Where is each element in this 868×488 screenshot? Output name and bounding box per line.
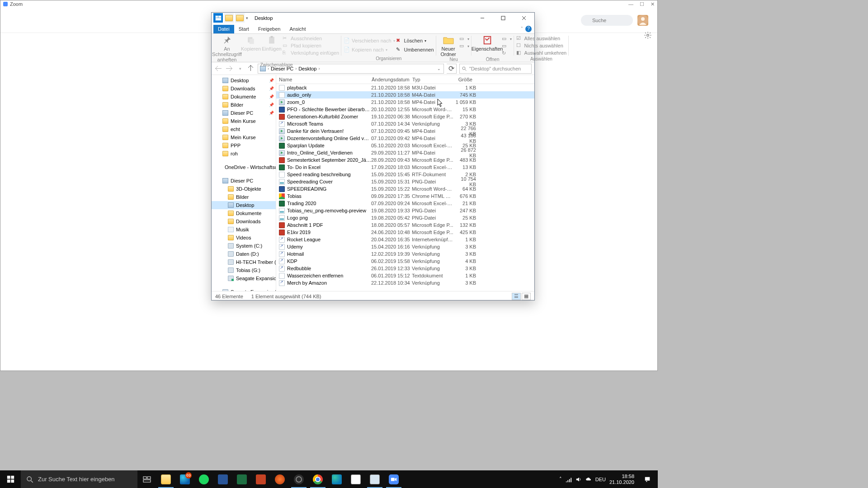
- ribbon-rename[interactable]: ✎Umbenennen: [396, 46, 434, 53]
- col-type[interactable]: Typ: [410, 77, 451, 82]
- file-list[interactable]: playback 21.10.2020 18:58 M3U-Datei 1 KB…: [276, 84, 534, 291]
- nav-history-dropdown[interactable]: ▾: [236, 65, 244, 73]
- file-row[interactable]: Intro_Online_Geld_Verdienen 29.09.2020 1…: [276, 149, 534, 156]
- nav-item[interactable]: Downloads: [212, 217, 276, 225]
- file-row[interactable]: Udemy 15.04.2020 16:16 Verknüpfung 3 KB: [276, 243, 534, 250]
- nav-item[interactable]: Musik: [212, 225, 276, 234]
- ribbon-easy-access[interactable]: ▭▾: [459, 42, 469, 50]
- ribbon-delete[interactable]: ✖Löschen ▾: [396, 37, 434, 44]
- nav-item[interactable]: Dokumente: [212, 209, 276, 217]
- qat-explorer-icon[interactable]: [213, 13, 223, 23]
- file-row[interactable]: audio_only 21.10.2020 18:58 M4A-Datei 74…: [276, 91, 534, 99]
- nav-forward-button[interactable]: 🡢: [225, 65, 233, 73]
- file-row[interactable]: Dozentenvorstellung Online Geld verdien.…: [276, 135, 534, 142]
- nav-item[interactable]: Downloads📌: [212, 84, 276, 93]
- task-view-button[interactable]: [137, 470, 156, 488]
- file-row[interactable]: Tobias_neu_png-removebg-preview 19.08.20…: [276, 207, 534, 214]
- file-row[interactable]: Abschnitt 1 PDF 18.08.2020 05:57 Microso…: [276, 221, 534, 229]
- nav-item[interactable]: Dieser PC📌: [212, 109, 276, 117]
- file-row[interactable]: Rocket League 20.04.2020 16:35 Internetv…: [276, 236, 534, 243]
- file-row[interactable]: playback 21.10.2020 18:58 M3U-Datei 1 KB: [276, 84, 534, 91]
- nav-item[interactable]: roh: [212, 150, 276, 158]
- nav-item[interactable]: System (C:): [212, 242, 276, 250]
- col-name[interactable]: Name: [276, 77, 369, 82]
- file-row[interactable]: KDP 06.02.2019 15:58 Verknüpfung 4 KB: [276, 258, 534, 265]
- ribbon-properties[interactable]: Eigenschaften: [474, 34, 501, 52]
- explorer-minimize-button[interactable]: [472, 13, 493, 23]
- taskbar-word[interactable]: [213, 470, 232, 488]
- ribbon-history[interactable]: ↻: [502, 50, 512, 57]
- taskbar-powerpoint[interactable]: [251, 470, 270, 488]
- file-row[interactable]: SPEEDREADING 15.09.2020 15:22 Microsoft …: [276, 185, 534, 192]
- ribbon-moveto[interactable]: 📄Verschieben nach ▾: [344, 37, 395, 44]
- taskbar-zoom[interactable]: [384, 470, 403, 488]
- nav-item[interactable]: Desktop📌: [212, 76, 276, 84]
- settings-icon[interactable]: [644, 31, 652, 39]
- nav-item[interactable]: Tobias (G:): [212, 266, 276, 274]
- nav-tree[interactable]: Desktop📌Downloads📌Dokumente📌Bilder📌Diese…: [212, 75, 276, 291]
- nav-back-button[interactable]: 🡠: [214, 65, 222, 73]
- taskbar-edge[interactable]: 69: [175, 470, 194, 488]
- file-row[interactable]: To- Do in Excel 17.09.2020 18:03 Microso…: [276, 164, 534, 171]
- col-size[interactable]: Größe: [451, 77, 476, 82]
- file-row[interactable]: Danke für dein Vertrauen! 07.10.2020 09:…: [276, 127, 534, 135]
- file-row[interactable]: Wasserzeichen entfernen 06.01.2019 15:12…: [276, 272, 534, 279]
- zoom-search-input[interactable]: [581, 15, 633, 26]
- view-large-button[interactable]: ▦: [522, 293, 531, 300]
- file-row[interactable]: Tobias 09.09.2020 17:35 Chrome HTML Do..…: [276, 192, 534, 200]
- ribbon-open[interactable]: ▭▾: [502, 35, 512, 42]
- system-tray[interactable]: ˄ DEU 18:58 21.10.2020: [559, 470, 658, 488]
- nav-item[interactable]: Bilder📌: [212, 101, 276, 109]
- file-row[interactable]: Generationen-Kulturbild Zoomer 19.10.202…: [276, 113, 534, 120]
- taskbar-app2[interactable]: [365, 470, 384, 488]
- ribbon-collapse-icon[interactable]: ˆ: [521, 27, 523, 32]
- tray-network-icon[interactable]: [566, 476, 572, 483]
- view-details-button[interactable]: ☰: [512, 293, 521, 300]
- nav-item[interactable]: Desktop: [212, 201, 276, 209]
- taskbar-chrome[interactable]: [308, 470, 327, 488]
- tab-datei[interactable]: Datei: [213, 25, 234, 33]
- ribbon-copyto[interactable]: 📄Kopieren nach ▾: [344, 46, 395, 53]
- zoom-close-button[interactable]: ✕: [651, 1, 655, 7]
- ribbon-invert[interactable]: ◧Auswahl umkehren: [516, 49, 567, 56]
- file-row[interactable]: Sparplan Update 05.10.2020 20:03 Microso…: [276, 142, 534, 149]
- file-row[interactable]: Microsoft Teams 07.10.2020 14:34 Verknüp…: [276, 120, 534, 127]
- tray-language[interactable]: DEU: [595, 477, 606, 482]
- ribbon-copypath[interactable]: ▭Pfad kopieren: [283, 42, 339, 49]
- ribbon-paste[interactable]: Einfügen: [262, 34, 282, 52]
- file-row[interactable]: Trading 2020 07.09.2020 09:24 Microsoft …: [276, 200, 534, 207]
- address-dropdown-icon[interactable]: ⌄: [434, 66, 443, 71]
- nav-up-button[interactable]: 🡡: [247, 65, 255, 73]
- ribbon-selectnone[interactable]: ☐Nichts auswählen: [516, 42, 567, 49]
- tab-freigeben[interactable]: Freigeben: [254, 25, 285, 33]
- ribbon-pastelink[interactable]: ⎘Verknüpfung einfügen: [283, 49, 339, 56]
- help-icon[interactable]: ?: [525, 26, 532, 32]
- zoom-avatar[interactable]: [637, 15, 648, 26]
- zoom-maximize-button[interactable]: ☐: [640, 1, 644, 7]
- nav-onedrive[interactable]: OneDrive - Wirtschaftsu: [212, 163, 276, 171]
- tray-onedrive-icon[interactable]: [585, 476, 592, 483]
- file-row[interactable]: Hotmail 12.02.2019 19:39 Verknüpfung 3 K…: [276, 250, 534, 258]
- qat-dropdown-icon[interactable]: [235, 13, 245, 23]
- col-date[interactable]: Änderungsdatum: [369, 77, 410, 82]
- ribbon-cut[interactable]: ✂Ausschneiden: [283, 35, 339, 42]
- nav-item[interactable]: Dokumente📌: [212, 93, 276, 101]
- ribbon-new-item[interactable]: ▭▾: [459, 35, 469, 42]
- file-row[interactable]: Semesterticket September 2020_Jänner 2..…: [276, 156, 534, 164]
- file-row[interactable]: Logo png 19.08.2020 05:42 PNG-Datei 25 K…: [276, 214, 534, 221]
- nav-item[interactable]: HI-TECH Treiber (E:): [212, 258, 276, 266]
- taskbar-search[interactable]: Zur Suche Text hier eingeben: [21, 470, 137, 488]
- file-row[interactable]: zoom_0 21.10.2020 18:58 MP4-Datei 1 059 …: [276, 99, 534, 106]
- taskbar-app1[interactable]: [270, 470, 289, 488]
- file-list-header[interactable]: Name Änderungsdatum Typ Größe: [276, 75, 534, 84]
- nav-item[interactable]: echt: [212, 125, 276, 133]
- explorer-search-input[interactable]: "Desktop" durchsuchen: [459, 64, 532, 74]
- zoom-minimize-button[interactable]: —: [628, 1, 633, 7]
- taskbar-excel[interactable]: [232, 470, 251, 488]
- explorer-close-button[interactable]: [514, 13, 534, 23]
- taskbar-spotify[interactable]: [194, 470, 213, 488]
- tray-volume-icon[interactable]: [576, 476, 582, 483]
- tray-chevron-icon[interactable]: ˄: [559, 476, 562, 482]
- ribbon-edit[interactable]: ▭: [502, 42, 512, 50]
- nav-item[interactable]: Mein Kurse: [212, 133, 276, 141]
